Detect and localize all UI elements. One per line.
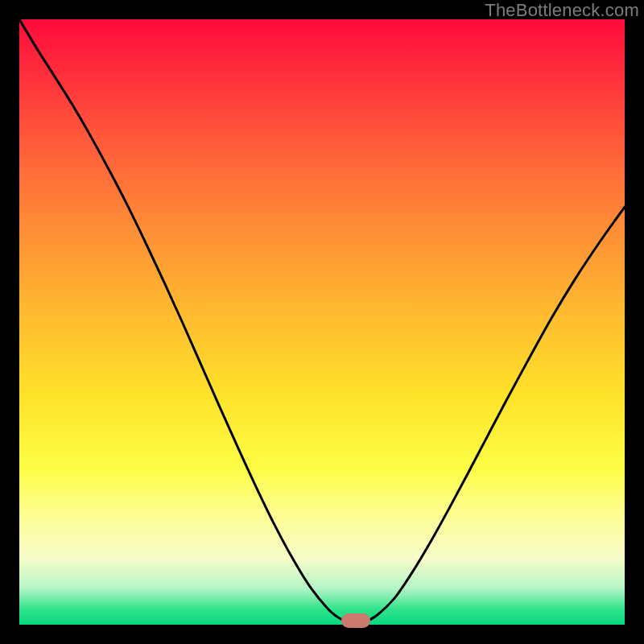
chart-frame: TheBottleneck.com (0, 0, 644, 644)
minimum-marker (341, 613, 370, 628)
curve-path (19, 19, 625, 622)
plot-area (19, 19, 625, 625)
watermark-label: TheBottleneck.com (485, 0, 639, 21)
curve-svg (19, 19, 625, 625)
